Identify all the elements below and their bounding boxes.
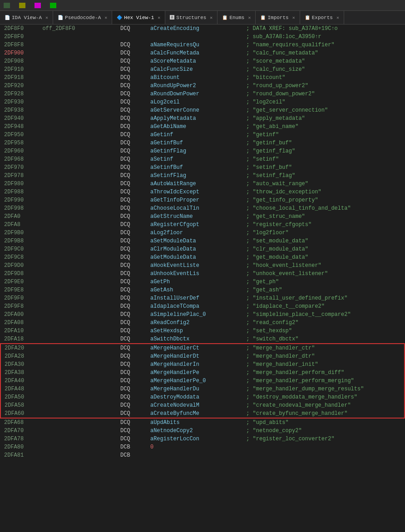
table-row[interactable]: 2DFA28DCQaMergeHandlerDt; "merge_handler… (0, 352, 405, 360)
comment-cell: ; "merge_handler_perform_diff" (246, 369, 405, 377)
mnemonic-cell: DCQ (120, 163, 150, 172)
comment-cell: ; "getinf_buf" (246, 139, 405, 147)
tab-pseudocode[interactable]: 📄 Pseudocode-A ✕ (53, 11, 112, 24)
table-row[interactable]: 2DF8F8DCQaNameRequiresQu; "name_requires… (0, 41, 405, 49)
tab-exports[interactable]: 📋 Exports ✕ (300, 11, 344, 24)
table-row[interactable]: 2DFA48DCQaMergeHandlerDu; "merge_handler… (0, 385, 405, 393)
table-row[interactable]: 2DF980DCQaAutoWaitRange; "auto_wait_rang… (0, 180, 405, 188)
table-row[interactable]: 2DFA8DCQaRegisterCfgopt; "register_cfgop… (0, 221, 405, 229)
table-row[interactable]: 2DFA68DCQaUpdAbits; "upd_abits" (0, 418, 405, 427)
table-row[interactable]: 2DFA0DCQaGetStrucName; "get_struc_name" (0, 212, 405, 221)
table-row[interactable]: 2DFA38DCQaMergeHandlerPe; "merge_handler… (0, 369, 405, 377)
table-row[interactable]: 2DFA30DCQaMergeHandlerIn; "merge_handler… (0, 360, 405, 369)
table-row[interactable]: 2DF9E0DCQaGetPh; "get_ph" (0, 278, 405, 286)
table-row[interactable]: 2DF938DCQaGetServerConne; "get_server_co… (0, 106, 405, 114)
table-row[interactable]: 2DF958DCQaGetinfBuf; "getinf_buf" (0, 139, 405, 147)
table-row[interactable]: 2DF970DCQaSetinfBuf; "setinf_buf" (0, 163, 405, 172)
tab-imports[interactable]: 📋 Imports ✕ (256, 11, 300, 24)
comment-cell: ; "choose_local_tinfo_and_delta" (246, 204, 405, 212)
table-row[interactable]: 2DFA50DCQaDestroyModdata; "destroy_modda… (0, 393, 405, 401)
table-row[interactable]: 2DF9B8DCQaSetModuleData; "set_module_dat… (0, 237, 405, 245)
table-row[interactable]: 2DF9F0DCQaInstallUserDef; "install_user_… (0, 294, 405, 302)
operand-cell: aMergeHandlerPe (150, 369, 246, 377)
tab-exports-label: Exports (312, 15, 333, 20)
mnemonic-cell: DCQ (120, 344, 150, 352)
operand-cell: aNetnodeCopy2 (150, 427, 246, 435)
comment-cell (246, 443, 405, 451)
operand-cell: aGetinfFlag (150, 147, 246, 155)
tab-hex-view-close[interactable]: ✕ (158, 15, 160, 20)
tab-enums-close[interactable]: ✕ (248, 15, 251, 20)
label-cell (42, 114, 120, 123)
operand-cell: aGetinf (150, 131, 246, 139)
comment-cell: ; sub_A37A8:loc_A3950↑r (246, 33, 405, 41)
address-cell: 2DFA81 (0, 451, 42, 459)
disasm-table: 2DF8F0off_2DF8F0DCQaCreateEncoding; DATA… (0, 25, 405, 459)
table-row[interactable]: 2DF950DCQaGetinf; "getinf" (0, 131, 405, 139)
address-cell: 2DF950 (0, 131, 42, 139)
table-row[interactable]: 2DFA70DCQaNetnodeCopy2; "netnode_copy2" (0, 427, 405, 435)
table-row[interactable]: 2DFA20DCQaMergeHandlerCt; "merge_handler… (0, 344, 405, 352)
table-row[interactable]: 2DF8F0off_2DF8F0DCQaCreateEncoding; DATA… (0, 25, 405, 33)
comment-cell: ; "unhook_event_listener" (246, 270, 405, 278)
table-row[interactable]: 2DF998DCQaChooseLocalTin; "choose_local_… (0, 204, 405, 212)
comment-cell: ; "create_byfunc_merge_handler" (246, 409, 405, 418)
table-row[interactable]: 2DF930DCQaLog2ceil; "log2ceil" (0, 98, 405, 106)
table-row[interactable]: 2DF920DCQaRoundUpPower2; "round_up_power… (0, 82, 405, 90)
table-row[interactable]: 2DF960DCQaGetinfFlag; "getinf_flag" (0, 147, 405, 155)
disasm-container[interactable]: 2DF8F0off_2DF8F0DCQaCreateEncoding; DATA… (0, 25, 405, 531)
table-row[interactable]: 2DF9D8DCQaUnhookEventLis; "unhook_event_… (0, 270, 405, 278)
tab-enums[interactable]: 📋 Enums ✕ (217, 11, 256, 24)
table-row[interactable]: 2DFA60DCQaCreateByfuncMe; "create_byfunc… (0, 409, 405, 418)
table-row[interactable]: 2DF940DCQaApplyMetadata; "apply_metadata… (0, 114, 405, 123)
tab-structures-close[interactable]: ✕ (210, 15, 212, 20)
table-row[interactable]: 2DF9C8DCQaGetModuleData; "get_module_dat… (0, 253, 405, 261)
table-row[interactable]: 2DF9E8DCQaGetAsh; "get_ash" (0, 286, 405, 294)
tab-hex-view-icon: 🔷 (117, 15, 122, 20)
tab-structures[interactable]: 🅰 Structures ✕ (165, 11, 217, 24)
operand-cell: aMergeHandlerIn (150, 360, 246, 369)
table-row[interactable]: 2DF9F8DCQaIdaplaceTCompa; "idaplace_t__c… (0, 302, 405, 310)
address-cell: 2DF988 (0, 188, 42, 196)
table-row[interactable]: 2DF990DCQaGetTinfoProper; "get_tinfo_pro… (0, 196, 405, 204)
operand-cell: aGetTinfoProper (150, 196, 246, 204)
table-row[interactable]: 2DF9B0DCQaLog2floor; "log2floor" (0, 229, 405, 237)
table-row[interactable]: 2DFA40DCQaMergeHandlerPe_0; "merge_handl… (0, 377, 405, 385)
table-row[interactable]: 2DFA80DCB0 (0, 443, 405, 451)
table-row[interactable]: 2DFA08DCQaReadConfig2; "read_config2" (0, 319, 405, 327)
table-row[interactable]: 2DFA58DCQaCreateNodevalM; "create_nodeva… (0, 401, 405, 409)
address-cell: 2DFA40 (0, 377, 42, 385)
table-row[interactable]: 2DF900DCQaCalcFuncMetada; "calc_func_met… (0, 49, 405, 57)
address-cell: 2DF970 (0, 163, 42, 172)
tab-exports-close[interactable]: ✕ (336, 15, 339, 20)
table-row[interactable]: 2DF978DCQaSetinfFlag; "setinf_flag" (0, 172, 405, 180)
mnemonic-cell (120, 33, 150, 41)
table-row[interactable]: 2DF988DCQaThrowIdcExcept; "throw_idc_exc… (0, 188, 405, 196)
table-row[interactable]: 2DFA18DCQaSwitchDbctx; "switch_dbctx" (0, 335, 405, 344)
address-cell: 2DF9D8 (0, 270, 42, 278)
table-row[interactable]: 2DF8F0; sub_A37A8:loc_A3950↑r (0, 33, 405, 41)
table-row[interactable]: 2DF908DCQaScoreMetadata; "score_metadata… (0, 57, 405, 65)
table-row[interactable]: 2DFA78DCQaRegisterLocCon; "register_loc_… (0, 435, 405, 443)
comment-cell: ; "set_hexdsp" (246, 327, 405, 335)
table-row[interactable]: 2DF948DCQaGetAbiName; "get_abi_name" (0, 123, 405, 131)
table-row[interactable]: 2DF9D0DCQaHookEventListe; "hook_event_li… (0, 261, 405, 270)
table-row[interactable]: 2DF9C0DCQaClrModuleData; "clr_module_dat… (0, 245, 405, 253)
operand-cell: aScoreMetadata (150, 57, 246, 65)
table-row[interactable]: 2DF918DCQaBitcount; "bitcount" (0, 74, 405, 82)
table-row[interactable]: 2DF968DCQaSetinf; "setinf" (0, 155, 405, 163)
address-cell: 2DF908 (0, 57, 42, 65)
table-row[interactable]: 2DFA00DCQaSimplelinePlac_0; "simpleline_… (0, 310, 405, 319)
tab-imports-close[interactable]: ✕ (292, 15, 295, 20)
table-row[interactable]: 2DFA10DCQaSetHexdsp; "set_hexdsp" (0, 327, 405, 335)
table-row[interactable]: 2DF910DCQaCalcFuncSize; "calc_func_size" (0, 65, 405, 74)
tab-pseudocode-icon: 📄 (58, 15, 63, 20)
tab-pseudocode-close[interactable]: ✕ (104, 15, 107, 20)
table-row[interactable]: 2DF928DCQaRoundDownPower; "round_down_po… (0, 90, 405, 98)
table-row[interactable]: 2DFA81DCB (0, 451, 405, 459)
mnemonic-cell: DCQ (120, 123, 150, 131)
tab-ida-view[interactable]: 📄 IDA View-A ✕ (0, 11, 53, 24)
tab-hex-view[interactable]: 🔷 Hex View-1 ✕ (112, 11, 165, 24)
mnemonic-cell: DCQ (120, 270, 150, 278)
tab-ida-view-close[interactable]: ✕ (45, 15, 48, 20)
